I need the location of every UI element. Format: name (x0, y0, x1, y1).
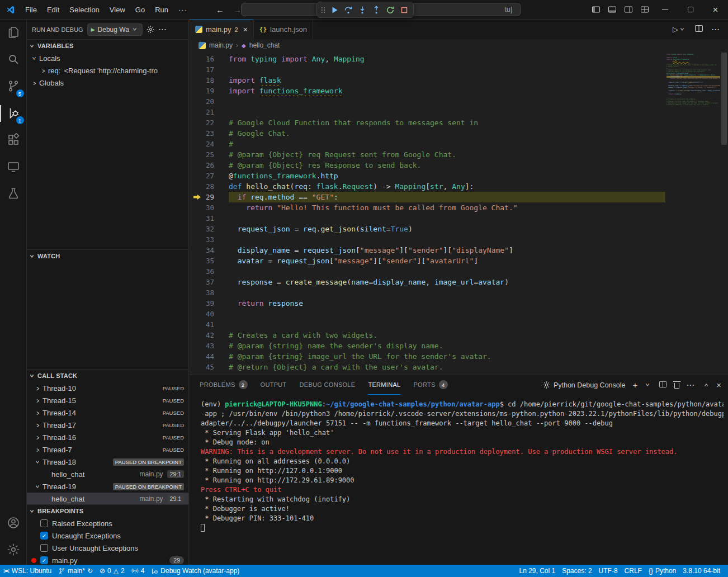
code-line-22[interactable]: 22# Google Cloud Function that responds … (190, 117, 665, 128)
line-number[interactable]: 27 (190, 171, 214, 181)
step-over-icon[interactable] (342, 3, 355, 17)
code-line-43[interactable]: 43# @param {string} name the sender's di… (190, 340, 665, 351)
code-line-23[interactable]: 23# Google Chat. (190, 128, 665, 139)
toggle-panel-icon[interactable] (604, 0, 620, 19)
line-number[interactable]: 43 (190, 340, 214, 351)
code-line-29[interactable]: 29 if req.method == "GET": (190, 192, 665, 202)
maximize-panel-icon[interactable]: > (702, 382, 710, 388)
variables-row[interactable]: >req:<Request 'http://charming-tro (27, 64, 188, 77)
breakpoint-checkbox[interactable]: ✓ (40, 532, 48, 540)
code-line-38[interactable]: 38 (190, 287, 665, 298)
call-stack-thread[interactable]: >Thread-18PAUSED ON BREAKPOINT (27, 456, 188, 468)
line-number[interactable]: 40 (190, 309, 214, 319)
step-into-icon[interactable] (356, 3, 369, 17)
line-number[interactable]: 30 (190, 202, 214, 213)
code-line-31[interactable]: 31 (190, 213, 665, 224)
line-number[interactable]: 25 (190, 149, 214, 160)
stop-icon[interactable] (398, 3, 411, 17)
breakpoint-row[interactable]: User Uncaught Exceptions (27, 542, 188, 554)
editor-scrollbar[interactable] (720, 51, 728, 375)
code-line-34[interactable]: 34 display_name = request_json["message"… (190, 245, 665, 256)
code-line-40[interactable]: 40 (190, 309, 665, 319)
breadcrumb-file[interactable]: main.py (209, 41, 233, 49)
close-window-button[interactable]: × (703, 0, 728, 19)
split-editor-icon[interactable] (694, 24, 703, 35)
line-number[interactable]: 44 (190, 351, 214, 362)
line-number[interactable]: 32 (190, 224, 214, 234)
code-line-45[interactable]: 45# @return {Object} a card with the use… (190, 362, 665, 372)
sidebar-more-actions-icon[interactable]: ··· (159, 26, 167, 34)
code-lines[interactable]: 16from typing import Any, Mapping1718imp… (190, 54, 665, 372)
breakpoint-checkbox[interactable]: ✓ (40, 556, 48, 564)
code-line-37[interactable]: 37 response = create_message(name=displa… (190, 277, 665, 287)
toggle-secondary-sidebar-icon[interactable] (620, 0, 636, 19)
call-stack-thread[interactable]: >Thread-19PAUSED ON BREAKPOINT (27, 480, 188, 493)
line-number[interactable]: 20 (190, 96, 214, 107)
line-number[interactable]: 18 (190, 75, 214, 86)
menu-edit[interactable]: Edit (42, 0, 64, 20)
minimap[interactable]: from typing import Any, Mappingimport fl… (666, 54, 720, 106)
line-number[interactable]: 37 (190, 277, 214, 287)
line-number[interactable]: 39 (190, 298, 214, 309)
remote-indicator[interactable]: ><WSL: Ubuntu (0, 565, 55, 577)
panel-tab-debug-console[interactable]: DEBUG CONSOLE (300, 375, 356, 395)
breakpoint-checkbox[interactable] (40, 519, 48, 527)
activity-remote-explorer[interactable] (0, 154, 27, 181)
code-line-16[interactable]: 16from typing import Any, Mapping (190, 54, 665, 64)
call-stack-section-header[interactable]: > CALL STACK (27, 370, 188, 382)
code-line-36[interactable]: 36 (190, 266, 665, 277)
code-line-20[interactable]: 20 (190, 96, 665, 107)
line-number[interactable]: 23 (190, 128, 214, 139)
terminal-dropdown-icon[interactable]: > (644, 382, 652, 388)
panel-tab-output[interactable]: OUTPUT (261, 375, 287, 395)
code-line-18[interactable]: 18import flask (190, 75, 665, 86)
debug-config-dropdown[interactable]: ▶ Debug Wa > (87, 23, 143, 36)
code-line-35[interactable]: 35 avatar = request_json["message"]["sen… (190, 256, 665, 266)
activity-manage[interactable] (0, 537, 27, 564)
breadcrumb-symbol[interactable]: hello_chat (249, 41, 280, 49)
line-number[interactable]: 17 (190, 64, 214, 75)
call-stack-frame[interactable]: hello_chatmain.py29:1 (27, 468, 188, 480)
git-branch[interactable]: main*↻ (55, 565, 96, 577)
line-number[interactable]: 22 (190, 117, 214, 128)
code-line-25[interactable]: 25# @param {Object} req Request sent fro… (190, 149, 665, 160)
panel-tab-terminal[interactable]: TERMINAL (368, 375, 400, 395)
kill-terminal-icon[interactable] (674, 383, 679, 389)
encoding[interactable]: UTF-8 (595, 565, 621, 577)
code-line-39[interactable]: 39 return response (190, 298, 665, 309)
variables-row[interactable]: >Locals (27, 52, 188, 64)
code-line-19[interactable]: 19import functions_framework (190, 86, 665, 96)
code-editor[interactable]: 16from typing import Any, Mapping1718imp… (190, 51, 728, 375)
line-number[interactable]: 38 (190, 287, 214, 298)
close-tab-icon[interactable]: × (243, 25, 248, 34)
menu-go[interactable]: Go (130, 0, 150, 20)
line-number[interactable]: 26 (190, 160, 214, 171)
menu-overflow[interactable]: ··· (173, 0, 192, 20)
problems[interactable]: ⊘0△2 (96, 565, 128, 577)
line-number[interactable]: 34 (190, 245, 214, 256)
cursor-position[interactable]: Ln 29, Col 1 (516, 565, 559, 577)
line-number[interactable]: 19 (190, 86, 214, 96)
toggle-sidebar-icon[interactable] (588, 0, 604, 19)
code-line-32[interactable]: 32 request_json = req.get_json(silent=Tr… (190, 224, 665, 234)
activity-source-control[interactable]: 5 (0, 73, 27, 100)
line-number[interactable]: 41 (190, 319, 214, 330)
breakpoint-row[interactable]: Raised Exceptions (27, 517, 188, 529)
language-mode[interactable]: {}Python (645, 565, 679, 577)
activity-search[interactable] (0, 46, 27, 73)
code-line-33[interactable]: 33 (190, 234, 665, 245)
ports-forwarded[interactable]: 4 (128, 565, 148, 577)
indentation[interactable]: Spaces: 2 (559, 565, 595, 577)
start-debug-icon[interactable]: ▶ (91, 27, 95, 32)
continue-icon[interactable] (328, 3, 341, 17)
code-line-21[interactable]: 21 (190, 107, 665, 117)
drag-grip-icon[interactable] (319, 3, 327, 17)
code-line-41[interactable]: 41 (190, 319, 665, 330)
call-stack-thread[interactable]: >Thread-10PAUSED (27, 382, 188, 394)
forward-icon[interactable]: → (233, 5, 242, 15)
terminal-instance[interactable]: Python Debug Console (542, 381, 626, 389)
variables-row[interactable]: >Globals (27, 77, 188, 89)
split-terminal-icon[interactable] (659, 380, 667, 390)
call-stack-thread[interactable]: >Thread-7PAUSED (27, 443, 188, 456)
code-line-24[interactable]: 24# (190, 139, 665, 149)
